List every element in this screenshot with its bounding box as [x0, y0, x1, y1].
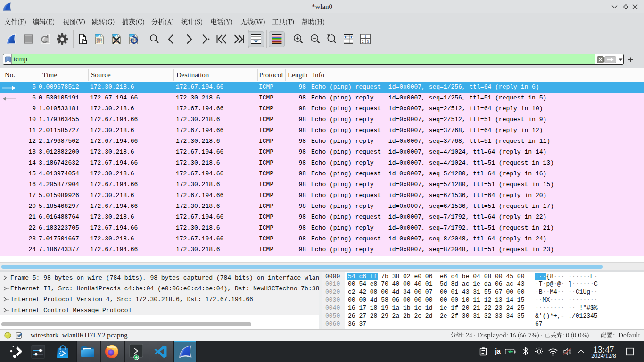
svg-text:3: 3: [367, 40, 369, 44]
svg-text:1: 1: [364, 34, 366, 39]
svg-text:0111: 0111: [97, 41, 102, 44]
svg-text:2: 2: [362, 40, 364, 44]
